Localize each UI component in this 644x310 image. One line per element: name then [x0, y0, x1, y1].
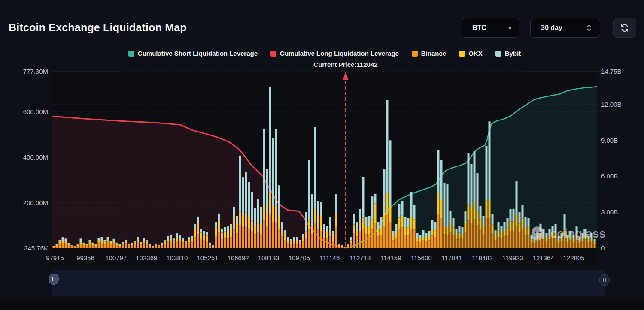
legend-chip-icon — [459, 51, 465, 57]
current-price-label: Current Price:112042 — [313, 61, 377, 68]
x-axis-tick: 121364 — [533, 254, 554, 262]
legend-chip-icon — [270, 51, 276, 57]
legend-chip-icon — [128, 51, 134, 57]
right-axis-tick: 12.00B — [601, 100, 622, 108]
left-axis-tick: 345.76K — [9, 244, 48, 251]
refresh-icon — [620, 23, 630, 33]
legend-item-3[interactable]: OKX — [459, 50, 483, 57]
legend-chip-icon — [495, 51, 501, 57]
right-axis-tick: 14.75B — [601, 68, 622, 75]
liquidation-map-page: Bitcoin Exchange Liquidation Map BTC ▾ 3… — [0, 0, 644, 310]
legend-label: OKX — [468, 50, 483, 57]
watermark-text: coinglass — [550, 227, 606, 241]
right-axis-tick: 6.00B — [601, 172, 618, 180]
left-axis-tick: 200.00M — [9, 199, 48, 206]
legend-item-2[interactable]: Binance — [412, 50, 446, 57]
x-axis-tick: 112718 — [350, 254, 371, 262]
legend-label: Binance — [421, 50, 446, 57]
symbol-select[interactable]: BTC ▾ — [462, 18, 519, 38]
x-axis-tick: 105251 — [197, 254, 218, 262]
range-select-value: 30 day — [541, 24, 562, 32]
page-title: Bitcoin Exchange Liquidation Map — [9, 21, 187, 34]
right-axis-tick: 9.00B — [601, 136, 618, 144]
left-axis-tick: 600.00M — [9, 108, 48, 115]
slider-left-handle[interactable] — [49, 274, 59, 285]
x-axis-tick: 119923 — [502, 254, 523, 262]
x-axis-tick: 115600 — [411, 254, 432, 262]
legend-label: Cumulative Short Liquidation Leverage — [138, 50, 258, 57]
legend-item-4[interactable]: Bybit — [495, 50, 521, 57]
coinglass-logo-icon — [529, 225, 546, 243]
chevron-down-icon: ▾ — [508, 25, 511, 31]
coinglass-watermark: coinglass — [529, 225, 606, 243]
range-select[interactable]: 30 day — [530, 18, 600, 38]
updown-chevrons-icon — [586, 24, 592, 32]
x-axis-tick: 99356 — [76, 254, 94, 262]
x-axis-tick: 102369 — [136, 254, 157, 262]
slider-right-handle[interactable] — [599, 274, 610, 286]
refresh-button[interactable] — [613, 18, 636, 38]
x-axis-tick: 106692 — [228, 254, 249, 262]
x-axis-tick: 122805 — [563, 254, 585, 262]
x-axis-tick: 111146 — [320, 254, 340, 262]
x-axis-tick: 100797 — [105, 254, 127, 262]
legend-chip-icon — [412, 51, 418, 57]
right-axis-tick: 3.00B — [601, 208, 618, 216]
x-axis-tick: 109705 — [289, 254, 310, 262]
legend-item-1[interactable]: Cumulative Long Liquidation Leverage — [270, 50, 399, 57]
x-axis-tick: 114159 — [380, 254, 401, 262]
range-slider-track[interactable] — [52, 270, 605, 296]
legend-label: Cumulative Long Liquidation Leverage — [280, 50, 399, 57]
x-axis-tick: 103810 — [166, 254, 188, 262]
x-axis-tick: 108133 — [258, 254, 279, 262]
left-axis-tick: 400.00M — [9, 153, 48, 160]
x-axis-tick: 118482 — [472, 254, 493, 262]
right-axis-tick: 0 — [601, 244, 605, 252]
x-axis-tick: 97915 — [46, 254, 64, 262]
x-axis-tick: 117041 — [441, 254, 462, 262]
left-axis-tick: 777.30M — [9, 68, 48, 75]
legend-label: Bybit — [505, 50, 521, 57]
chart-legend: Cumulative Short Liquidation LeverageCum… — [52, 50, 597, 57]
liquidation-chart — [0, 0, 644, 310]
legend-item-0[interactable]: Cumulative Short Liquidation Leverage — [128, 50, 258, 57]
symbol-select-value: BTC — [472, 24, 486, 32]
footer-strip — [0, 298, 644, 310]
